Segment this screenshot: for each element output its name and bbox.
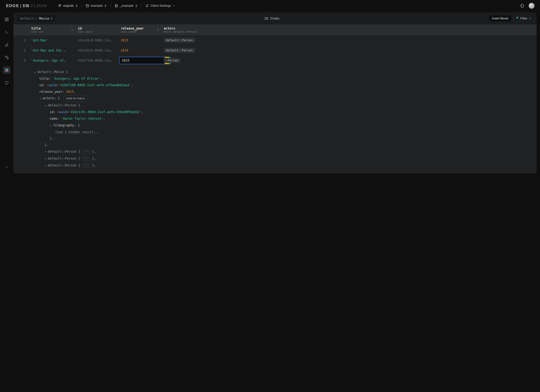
item-count: 28 Items <box>58 17 486 20</box>
svg-rect-11 <box>5 56 6 57</box>
funnel-icon <box>516 16 519 20</box>
breadcrumb-project[interactable]: example <box>85 4 107 8</box>
type-namespace: default:: <box>20 16 38 20</box>
terminal-icon <box>5 30 9 34</box>
link-chip[interactable]: default::Person <box>164 48 195 53</box>
caret-icon[interactable] <box>34 69 37 75</box>
breadcrumb-separator: / <box>81 4 82 8</box>
cast-type: uuid <box>49 83 56 87</box>
collapsed-person: default::Person { <box>48 164 80 167</box>
caret-icon[interactable] <box>45 162 48 169</box>
breadcrumb-org[interactable]: edgedb <box>58 4 78 8</box>
chevron-down-icon <box>529 17 531 20</box>
cell-edit-input[interactable] <box>119 57 165 64</box>
prop-key: actors: { <box>43 96 60 100</box>
table-header: title std::str id std::uuid release_year… <box>13 25 537 35</box>
prop-value: 'Avengers: Age of Ultron' <box>53 77 100 80</box>
close-brace: }, <box>92 157 96 160</box>
close-brace: }, <box>92 150 96 154</box>
main-panel: default::Movie 28 Items Insert Movie Fil… <box>13 12 537 174</box>
rail-schema[interactable] <box>3 54 10 61</box>
collapsed-person: default::Person { <box>48 150 80 154</box>
insert-button[interactable]: Insert Movie <box>489 15 512 22</box>
caret-icon[interactable] <box>50 122 53 129</box>
svg-rect-13 <box>5 69 8 70</box>
expand-dots[interactable]: ··· <box>82 157 90 161</box>
cell-actors[interactable]: default::Person <box>161 38 537 43</box>
cell-title[interactable]: 'Ant-Man' <box>28 39 75 42</box>
brand-bar: | <box>20 3 22 8</box>
filter-button[interactable]: Filter <box>514 15 533 21</box>
caret-icon[interactable] <box>45 148 48 155</box>
col-release-year[interactable]: release_year std::int32 <box>118 25 161 35</box>
sort-icon[interactable] <box>157 28 159 32</box>
load-hidden-link[interactable]: load 1 hidden result... <box>55 130 99 134</box>
view-in-table-button[interactable]: VIEW IN TABLE <box>64 95 87 102</box>
prop-value: 2015 <box>66 90 74 94</box>
type-selector[interactable]: default::Movie <box>17 15 55 22</box>
expand-dots[interactable]: ··· <box>82 164 90 168</box>
cell-actors[interactable]: default::Person <box>161 48 537 53</box>
schema-icon <box>5 55 9 60</box>
breadcrumb-separator: / <box>141 4 142 8</box>
rail-repl[interactable] <box>3 28 10 36</box>
row-number: 1 <box>13 39 28 42</box>
col-actors[interactable]: actors multi default::Person <box>161 25 537 35</box>
table-row[interactable]: 1 'Ant-Man' 416c49c8-0068-11e… 2015 defa… <box>13 35 537 45</box>
cast-close: > <box>56 83 58 87</box>
brand-db: DB <box>23 3 30 8</box>
link-chip[interactable]: :Person <box>164 58 180 63</box>
row-number: 2 <box>13 49 28 52</box>
rail-data-explorer[interactable] <box>3 66 10 74</box>
cell-release-year[interactable]: 2015 <box>118 39 161 42</box>
client-settings-label: Client Settings <box>150 4 171 8</box>
cell-release-year[interactable]: 2018 <box>118 49 161 52</box>
cell-id[interactable]: 416c8e2e-0068-11e… <box>75 49 118 52</box>
avatar[interactable] <box>528 3 535 9</box>
close-brace: }, <box>45 143 48 147</box>
breadcrumb-database[interactable]: _example <box>115 4 138 8</box>
cell-id[interactable]: 416c49c8-0068-11e… <box>75 39 118 42</box>
database-icon <box>115 4 118 8</box>
brand-logo: EDGE | DB CLOUD <box>6 3 47 8</box>
close-brace: }, <box>92 164 96 167</box>
cell-title[interactable]: 'Ant-Man and the … <box>28 49 75 52</box>
theme-toggle[interactable] <box>520 4 524 8</box>
row-number: 3 <box>13 59 28 62</box>
caret-icon[interactable] <box>45 155 48 162</box>
col-ry-type: std::int32 <box>121 30 158 33</box>
cell-id[interactable]: 416d7168-0068-11e… <box>75 59 118 62</box>
caret-icon[interactable] <box>39 95 43 102</box>
sort-icon[interactable] <box>71 28 73 32</box>
svg-rect-9 <box>5 20 6 21</box>
col-title[interactable]: title std::str <box>28 25 75 35</box>
cast-open: < <box>47 83 49 87</box>
svg-rect-15 <box>5 71 8 72</box>
svg-rect-8 <box>7 18 8 19</box>
cast-close: > <box>67 110 69 114</box>
client-settings-menu[interactable]: Client Settings <box>145 4 175 8</box>
rail-editor[interactable] <box>3 41 10 49</box>
caret-icon[interactable] <box>45 102 48 109</box>
col-title-name: title <box>31 26 72 30</box>
table-row[interactable]: 2 'Ant-Man and the … 416c8e2e-0068-11e… … <box>13 45 537 55</box>
link-chip[interactable]: default::Person <box>164 38 195 43</box>
rail-dashboard[interactable] <box>3 16 10 23</box>
col-id[interactable]: id std::uuid <box>75 25 118 35</box>
breadcrumb-project-label: example <box>91 4 103 8</box>
expand-dots[interactable]: ··· <box>82 150 90 154</box>
table-row[interactable]: 3 'Avengers: Age of… 416d7168-0068-11e… … <box>13 55 537 65</box>
rail-auth[interactable] <box>3 79 10 87</box>
svg-rect-2 <box>86 5 89 7</box>
breadcrumb-separator: / <box>110 4 111 8</box>
prop-value: '416c119c-0068-11ef-aefe-030a9959a832' <box>69 110 141 114</box>
col-title-type: std::str <box>31 30 72 33</box>
chevron-down-icon <box>172 5 175 7</box>
detail-header: default::Movie { <box>37 70 68 74</box>
cell-title[interactable]: 'Avengers: Age of… <box>28 59 75 62</box>
project-icon <box>85 4 89 8</box>
cell-actors[interactable]: :Person <box>161 58 537 63</box>
svg-point-5 <box>146 6 147 7</box>
left-rail <box>0 12 13 177</box>
rail-expand[interactable] <box>3 163 10 171</box>
